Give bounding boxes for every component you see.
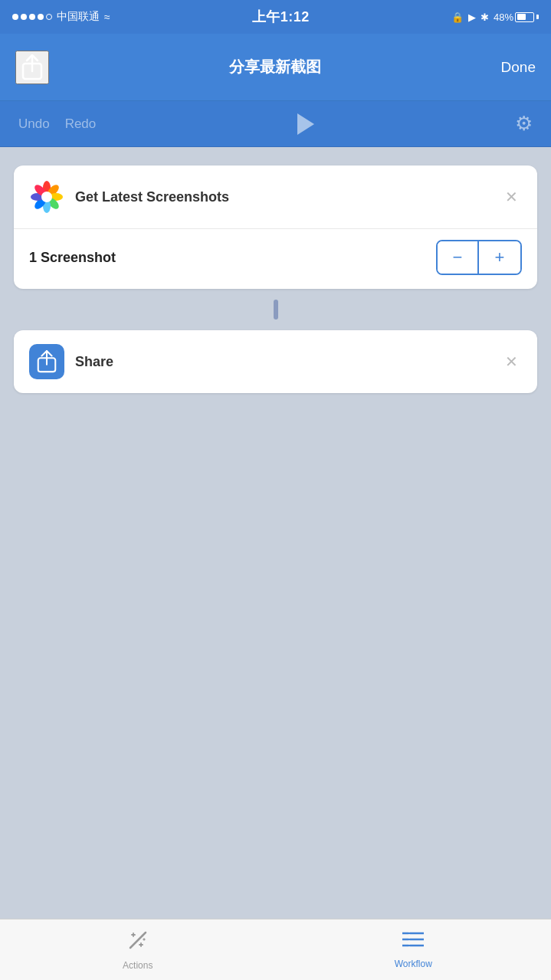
share-card: Share ✕: [14, 330, 537, 393]
close-button-2[interactable]: ✕: [500, 351, 522, 372]
status-time: 上午1:12: [252, 8, 310, 26]
status-bar: 中国联通 ≈ 上午1:12 🔒 ▶ ✱ 48%: [0, 0, 551, 34]
list-icon: [402, 931, 424, 949]
wifi-icon: ≈: [104, 11, 110, 23]
wand-icon: [127, 929, 149, 951]
signal-dot-3: [29, 14, 35, 20]
undo-button[interactable]: Undo: [18, 116, 50, 132]
tab-bar: Actions Workflow: [0, 919, 551, 980]
photos-flower-icon: [30, 180, 64, 214]
counter-buttons: − +: [436, 240, 522, 275]
photos-icon: [29, 179, 64, 215]
done-button[interactable]: Done: [501, 59, 536, 76]
decrement-button[interactable]: −: [438, 241, 479, 274]
screenshot-row: 1 Screenshot − +: [14, 228, 537, 289]
card-title-2: Share: [75, 354, 113, 370]
connector: [14, 300, 537, 320]
increment-button[interactable]: +: [479, 241, 520, 274]
card-header-2: Share ✕: [14, 330, 537, 393]
battery-tip: [536, 15, 539, 19]
play-icon: [297, 113, 314, 135]
actions-tab-label: Actions: [123, 960, 153, 971]
workflow-tab-label: Workflow: [395, 959, 432, 969]
redo-button[interactable]: Redo: [65, 116, 97, 132]
status-right: 🔒 ▶ ✱ 48%: [451, 11, 539, 23]
share-button[interactable]: [15, 51, 49, 84]
bluetooth-icon: ✱: [480, 11, 489, 23]
battery-percent: 48%: [494, 11, 513, 23]
actions-tab-icon: [127, 929, 149, 956]
battery-fill: [517, 14, 526, 20]
nav-bar: 分享最新截图 Done: [0, 34, 551, 101]
battery-icon: 48%: [494, 11, 539, 23]
card-header-left-1: Get Latest Screenshots: [29, 179, 229, 215]
nav-title: 分享最新截图: [229, 57, 321, 77]
close-button-1[interactable]: ✕: [500, 186, 522, 208]
workflow-tab-icon: [402, 931, 424, 955]
connector-dot: [274, 300, 278, 320]
location-icon: ▶: [468, 11, 476, 23]
carrier-label: 中国联通: [57, 10, 100, 24]
card-title-1: Get Latest Screenshots: [75, 189, 229, 205]
svg-point-10: [41, 192, 52, 202]
signal-dot-4: [38, 14, 44, 20]
toolbar: Undo Redo ⚙: [0, 101, 551, 147]
card-header-left-2: Share: [29, 344, 113, 379]
share-nav-icon: [21, 54, 43, 80]
play-button[interactable]: [292, 110, 320, 138]
toolbar-left: Undo Redo: [18, 116, 96, 132]
card-header-1: Get Latest Screenshots ✕: [14, 166, 537, 228]
signal-dot-1: [12, 14, 18, 20]
main-content: Get Latest Screenshots ✕ 1 Screenshot − …: [0, 147, 551, 919]
signal-dot-2: [21, 14, 27, 20]
battery-body: [515, 12, 534, 22]
share-card-icon: [37, 350, 57, 373]
signal-dot-5: [46, 14, 52, 20]
share-icon-wrapper: [29, 344, 64, 379]
signal-dots: [12, 14, 52, 20]
lock-icon: 🔒: [451, 11, 464, 23]
get-screenshots-card: Get Latest Screenshots ✕ 1 Screenshot − …: [14, 166, 537, 289]
svg-line-14: [143, 932, 146, 936]
settings-button[interactable]: ⚙: [515, 112, 533, 136]
tab-actions[interactable]: Actions: [0, 919, 276, 980]
status-left: 中国联通 ≈: [12, 10, 110, 24]
screenshot-label: 1 Screenshot: [29, 250, 116, 266]
tab-workflow[interactable]: Workflow: [276, 919, 552, 980]
